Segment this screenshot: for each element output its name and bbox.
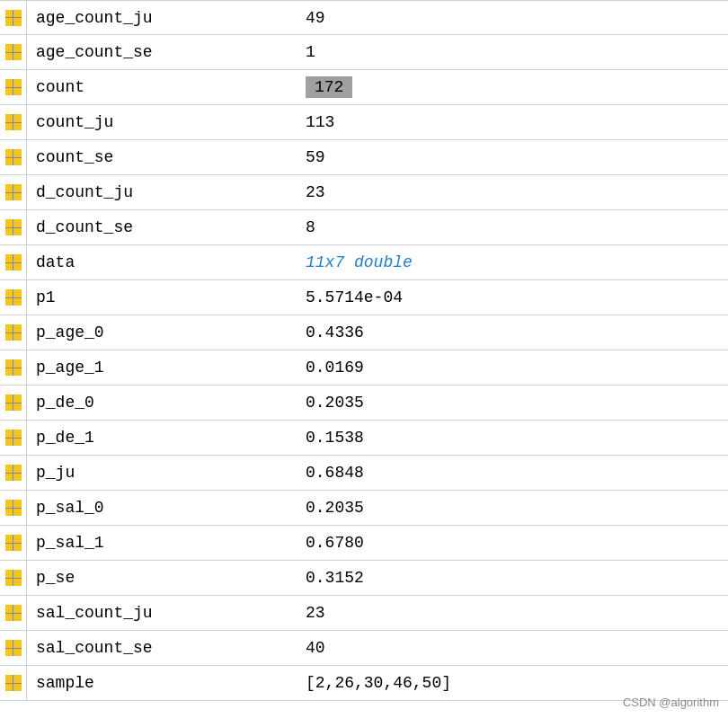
text-value: 0.0169: [306, 359, 364, 377]
grid-variable-icon: [0, 350, 27, 385]
text-value: 49: [306, 9, 325, 27]
grid-variable-icon: [0, 491, 27, 525]
grid-variable-icon: [0, 596, 27, 630]
grid-variable-icon: [0, 1, 27, 34]
grid-variable-icon: [0, 70, 27, 104]
table-row[interactable]: p_sal_00.2035: [0, 491, 728, 526]
variable-value: 0.3152: [297, 569, 728, 587]
grid-variable-icon: [0, 280, 27, 315]
grid-variable-icon: [0, 456, 27, 490]
variable-name: count_ju: [27, 113, 297, 131]
table-row[interactable]: d_count_ju23: [0, 175, 728, 210]
grid-variable-icon: [0, 315, 27, 350]
table-row[interactable]: p_age_00.4336: [0, 315, 728, 350]
variable-value: 0.2035: [297, 394, 728, 412]
variable-value: 59: [297, 148, 728, 166]
table-row[interactable]: age_count_ju49: [0, 0, 728, 35]
text-value: 0.3152: [306, 569, 364, 587]
variable-name: p_age_0: [27, 324, 297, 341]
variable-value: 0.2035: [297, 499, 728, 517]
table-row[interactable]: sal_count_se40: [0, 631, 728, 666]
table-row[interactable]: p_ju0.6848: [0, 456, 728, 491]
text-value: 0.2035: [306, 499, 364, 517]
table-row[interactable]: data11x7 double: [0, 245, 728, 280]
variable-value: 113: [297, 113, 728, 131]
table-row[interactable]: age_count_se1: [0, 35, 728, 70]
variable-value: 1: [297, 43, 728, 61]
link-value[interactable]: 11x7 double: [306, 253, 413, 271]
text-value: 0.6780: [306, 534, 364, 552]
variable-value: 5.5714e-04: [297, 288, 728, 306]
variable-name: d_count_se: [27, 218, 297, 236]
text-value: 1: [306, 43, 315, 61]
variable-value: 0.6848: [297, 464, 728, 482]
grid-variable-icon: [0, 386, 27, 420]
variable-name: sal_count_se: [27, 639, 297, 657]
variable-name: p_sal_0: [27, 499, 297, 517]
grid-variable-icon: [0, 140, 27, 174]
table-row[interactable]: count_se59: [0, 140, 728, 175]
grid-variable-icon: [0, 631, 27, 665]
text-value: 0.1538: [306, 429, 364, 447]
variable-name: p_age_1: [27, 359, 297, 377]
variable-name: count_se: [27, 148, 297, 166]
variable-value: 49: [297, 9, 728, 27]
variable-value: 0.0169: [297, 359, 728, 377]
table-row[interactable]: sample[2,26,30,46,50]: [0, 666, 728, 701]
variable-name: sal_count_ju: [27, 604, 297, 622]
table-row[interactable]: p_sal_10.6780: [0, 526, 728, 561]
variable-name: p_ju: [27, 464, 297, 482]
variable-name: p_de_1: [27, 429, 297, 447]
variable-value: [2,26,30,46,50]: [297, 674, 728, 692]
text-value: [2,26,30,46,50]: [306, 674, 451, 692]
grid-variable-icon: [0, 666, 27, 700]
variable-name: d_count_ju: [27, 183, 297, 201]
variable-value: 172: [297, 76, 728, 98]
grid-variable-icon: [0, 245, 27, 279]
variable-value: 40: [297, 639, 728, 657]
text-value: 40: [306, 639, 325, 657]
variable-value: 8: [297, 218, 728, 236]
table-row[interactable]: p_se0.3152: [0, 561, 728, 596]
grid-variable-icon: [0, 175, 27, 209]
text-value: 23: [306, 183, 325, 201]
text-value: 0.4336: [306, 324, 364, 341]
table-row[interactable]: count172: [0, 70, 728, 105]
table-row[interactable]: d_count_se8: [0, 210, 728, 245]
grid-variable-icon: [0, 561, 27, 595]
table-row[interactable]: p_de_00.2035: [0, 386, 728, 421]
table-row[interactable]: p_age_10.0169: [0, 350, 728, 386]
variable-name: p1: [27, 288, 297, 306]
grid-variable-icon: [0, 526, 27, 560]
text-value: 113: [306, 113, 334, 131]
variable-name: p_de_0: [27, 394, 297, 412]
text-value: 5.5714e-04: [306, 288, 403, 306]
text-value: 0.2035: [306, 394, 364, 412]
text-value: 0.6848: [306, 464, 364, 482]
grid-variable-icon: [0, 210, 27, 244]
variable-name: age_count_se: [27, 43, 297, 61]
variable-value: 23: [297, 604, 728, 622]
workspace-table: age_count_ju49age_count_se1count172count…: [0, 0, 728, 718]
variable-name: count: [27, 78, 297, 96]
grid-variable-icon: [0, 421, 27, 455]
variable-value: 0.6780: [297, 534, 728, 552]
variable-name: p_sal_1: [27, 534, 297, 552]
variable-name: p_se: [27, 569, 297, 587]
text-value: 8: [306, 218, 315, 236]
text-value: 23: [306, 604, 325, 622]
variable-name: age_count_ju: [27, 9, 297, 27]
variable-name: sample: [27, 674, 297, 692]
grid-variable-icon: [0, 35, 27, 69]
variable-value: 0.1538: [297, 429, 728, 447]
highlighted-value: 172: [306, 76, 352, 98]
table-row[interactable]: p15.5714e-04: [0, 280, 728, 315]
variable-value[interactable]: 11x7 double: [297, 253, 728, 271]
table-row[interactable]: count_ju113: [0, 105, 728, 140]
table-row[interactable]: p_de_10.1538: [0, 421, 728, 456]
variable-value: 0.4336: [297, 324, 728, 341]
text-value: 59: [306, 148, 325, 166]
variable-value: 23: [297, 183, 728, 201]
table-row[interactable]: sal_count_ju23: [0, 596, 728, 631]
variable-name: data: [27, 253, 297, 271]
